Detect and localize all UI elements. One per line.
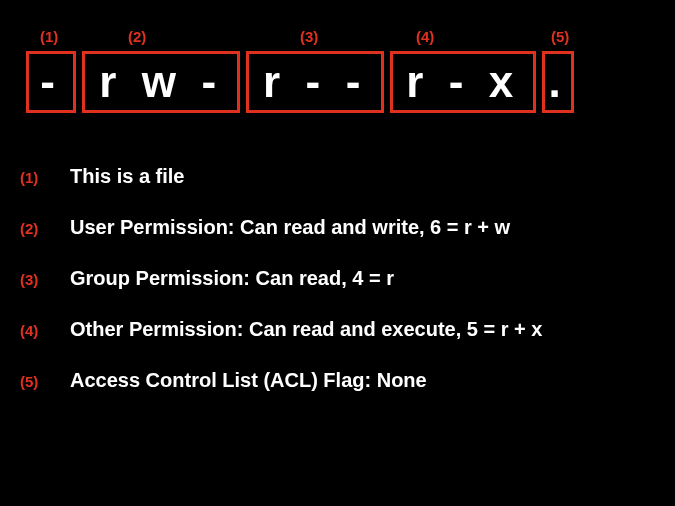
legend-text-3: Group Permission: Can read, 4 = r	[70, 267, 394, 290]
legend-text-5: Access Control List (ACL) Flag: None	[70, 369, 427, 392]
legend-text-4: Other Permission: Can read and execute, …	[70, 318, 542, 341]
label-2: (2)	[128, 28, 146, 45]
legend-row-2: (2) User Permission: Can read and write,…	[20, 216, 655, 239]
legend-num-3: (3)	[20, 271, 70, 288]
label-3: (3)	[300, 28, 318, 45]
legend-num-4: (4)	[20, 322, 70, 339]
legend-num-5: (5)	[20, 373, 70, 390]
box-user-perm: r w -	[82, 51, 240, 113]
legend-num-1: (1)	[20, 169, 70, 186]
permission-boxes: - r w - r - - r - x .	[26, 51, 574, 113]
legend-num-2: (2)	[20, 220, 70, 237]
box-acl-flag: .	[542, 51, 574, 113]
legend-text-1: This is a file	[70, 165, 184, 188]
box-filetype: -	[26, 51, 76, 113]
box-other-perm: r - x	[390, 51, 536, 113]
legend-text-2: User Permission: Can read and write, 6 =…	[70, 216, 510, 239]
label-1: (1)	[40, 28, 58, 45]
legend-row-5: (5) Access Control List (ACL) Flag: None	[20, 369, 655, 392]
box-group-perm: r - -	[246, 51, 384, 113]
legend-row-3: (3) Group Permission: Can read, 4 = r	[20, 267, 655, 290]
label-5: (5)	[551, 28, 569, 45]
legend: (1) This is a file (2) User Permission: …	[20, 165, 655, 420]
legend-row-4: (4) Other Permission: Can read and execu…	[20, 318, 655, 341]
legend-row-1: (1) This is a file	[20, 165, 655, 188]
label-4: (4)	[416, 28, 434, 45]
